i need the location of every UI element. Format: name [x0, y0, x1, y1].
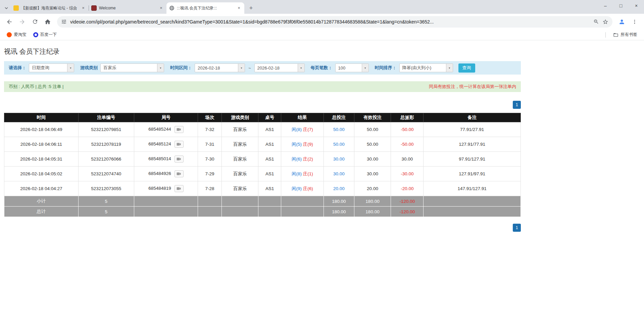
- chevron-down-icon: ▼: [446, 64, 453, 72]
- tab-forum[interactable]: 【新提醒】海燕策略论坛 - 综合 ×: [11, 2, 89, 14]
- zoom-icon[interactable]: [593, 19, 599, 25]
- cell-payout: -30.00: [391, 167, 424, 181]
- table-row: 2026-02-18 04:05:31 523212076066 6854850…: [4, 152, 521, 167]
- folder-icon: [613, 32, 618, 38]
- video-replay-button[interactable]: [175, 156, 184, 163]
- cell-valid-bet: 20.00: [354, 181, 391, 196]
- video-replay-button[interactable]: [175, 126, 184, 133]
- page-1-button[interactable]: 1: [513, 101, 521, 109]
- tab-close-icon[interactable]: ×: [236, 5, 242, 11]
- address-bar[interactable]: videoie.com/ipl/portal.php/game/betrecor…: [57, 16, 612, 28]
- chevron-down-icon: ▼: [157, 64, 164, 72]
- sort-label: 时间排序：: [375, 65, 397, 71]
- cell-table-no: AS1: [258, 181, 281, 196]
- cell-table-no: AS1: [258, 152, 281, 167]
- tab-search-button[interactable]: [2, 2, 11, 14]
- per-page-select[interactable]: 100 ▼: [335, 63, 369, 72]
- col-time: 时间: [4, 113, 79, 122]
- video-replay-button[interactable]: [175, 170, 184, 177]
- round-no-text: 685485244: [148, 127, 171, 132]
- game-type-select[interactable]: 百家乐 ▼: [100, 63, 164, 72]
- bookmark-baidu[interactable]: 百度一下: [31, 31, 60, 39]
- cell-payout: 30.00: [391, 152, 424, 167]
- col-game-type: 游戏类别: [221, 113, 258, 122]
- tab-close-icon[interactable]: ×: [158, 5, 164, 11]
- refresh-button[interactable]: [29, 16, 41, 28]
- maximize-button[interactable]: □: [613, 0, 629, 11]
- baidu-icon: [33, 32, 38, 37]
- chevron-down-icon: [4, 6, 8, 10]
- query-type-select[interactable]: 日期查询 ▼: [29, 63, 74, 72]
- cell-table-no: AS1: [258, 122, 281, 137]
- col-payout: 总派彩: [391, 113, 424, 122]
- site-settings-tune-icon[interactable]: [61, 19, 67, 25]
- tab-strip: 【新提醒】海燕策略论坛 - 综合 × Welcome × :::视讯 会员下注纪…: [0, 0, 644, 14]
- cell-game: 百家乐: [221, 152, 258, 167]
- query-type-label: 请选择：: [9, 65, 26, 71]
- url-text[interactable]: videoie.com/ipl/portal.php/game/betrecor…: [70, 19, 590, 25]
- cell-bet-no: 523212079851: [78, 122, 134, 137]
- tab-bet-records[interactable]: :::视讯 会员下注纪录::: ×: [166, 2, 244, 14]
- cell-game: 百家乐: [221, 181, 258, 196]
- cell-game: 百家乐: [221, 137, 258, 152]
- cell-note: 77.91/27.91: [424, 122, 521, 137]
- tab-title: :::视讯 会员下注纪录:::: [177, 5, 234, 11]
- minimize-button[interactable]: –: [598, 0, 613, 11]
- video-replay-button[interactable]: [175, 185, 184, 192]
- globe-icon: [169, 5, 175, 11]
- close-button[interactable]: ×: [629, 0, 644, 11]
- result-player: 闲(6): [292, 157, 302, 162]
- cell-valid-bet: 50.00: [354, 122, 391, 137]
- result-player: 闲(8): [292, 171, 302, 176]
- cell-total-bet[interactable]: 30.00: [324, 167, 354, 181]
- subtotal-count: 5: [78, 196, 134, 207]
- chevron-down-icon: ▼: [238, 64, 245, 72]
- result-banker: 庄(1): [303, 171, 313, 176]
- videocam-icon: [177, 128, 181, 131]
- home-button[interactable]: [42, 16, 54, 28]
- profile-avatar-icon: [618, 18, 625, 25]
- date-to-picker[interactable]: 2026-02-18 ▼: [254, 63, 305, 72]
- query-button[interactable]: 查询: [458, 63, 475, 73]
- browser-toolbar: videoie.com/ipl/portal.php/game/betrecor…: [0, 14, 644, 30]
- round-no-text: 685484926: [148, 171, 171, 176]
- cell-total-bet[interactable]: 50.00: [324, 137, 354, 152]
- date-to-value: 2026-02-18: [255, 65, 298, 71]
- cell-bet-no: 523212073055: [78, 181, 134, 196]
- table-row: 2026-02-18 04:05:02 523212074740 6854849…: [4, 167, 521, 181]
- cell-total-bet[interactable]: 20.00: [324, 181, 354, 196]
- sort-select[interactable]: 降幂(由大到小) ▼: [399, 63, 453, 72]
- forward-button[interactable]: [16, 16, 28, 28]
- pagination-top: 1: [4, 101, 521, 109]
- welcome-favicon-icon: [91, 5, 97, 11]
- video-replay-button[interactable]: [175, 141, 184, 148]
- bookmark-star-icon[interactable]: [602, 19, 608, 25]
- summary-bar: 币别 : 人民币 | 总共 :5 注单 | 同局有效投注，统一计算在该局第一张注…: [4, 81, 521, 92]
- tab-welcome[interactable]: Welcome ×: [89, 2, 166, 14]
- col-bet-no: 注单编号: [78, 113, 134, 122]
- cell-time: 2026-02-18 04:05:02: [4, 167, 79, 181]
- cell-total-bet[interactable]: 50.00: [324, 122, 354, 137]
- cell-valid-bet: 50.00: [354, 137, 391, 152]
- result-player: 闲(5): [292, 142, 302, 147]
- page-1-button[interactable]: 1: [513, 224, 521, 232]
- back-button[interactable]: [3, 16, 15, 28]
- profile-button[interactable]: [616, 16, 628, 28]
- new-tab-button[interactable]: +: [246, 3, 256, 13]
- cell-total-bet[interactable]: 30.00: [324, 152, 354, 167]
- range-separator: ~: [248, 65, 251, 71]
- result-banker: 庄(2): [303, 157, 313, 162]
- cell-time: 2026-02-18 04:04:27: [4, 181, 79, 196]
- cell-note: 127.91/77.91: [424, 137, 521, 152]
- all-bookmarks-button[interactable]: 所有书签: [610, 31, 640, 39]
- total-label: 总计: [4, 207, 79, 217]
- game-type-label: 游戏类别: [80, 65, 98, 71]
- browser-menu-button[interactable]: [629, 16, 641, 28]
- bookmark-aitaobao[interactable]: 爱淘宝: [4, 31, 29, 39]
- cell-round-no: 685484819: [134, 181, 198, 196]
- cell-bet-no: 523212078119: [78, 137, 134, 152]
- cell-bet-no: 523212074740: [78, 167, 134, 181]
- currency-summary-text: 币别 : 人民币 | 总共 :5 注单 |: [9, 84, 64, 90]
- tab-close-icon[interactable]: ×: [81, 5, 86, 11]
- date-from-picker[interactable]: 2026-02-18 ▼: [195, 63, 245, 72]
